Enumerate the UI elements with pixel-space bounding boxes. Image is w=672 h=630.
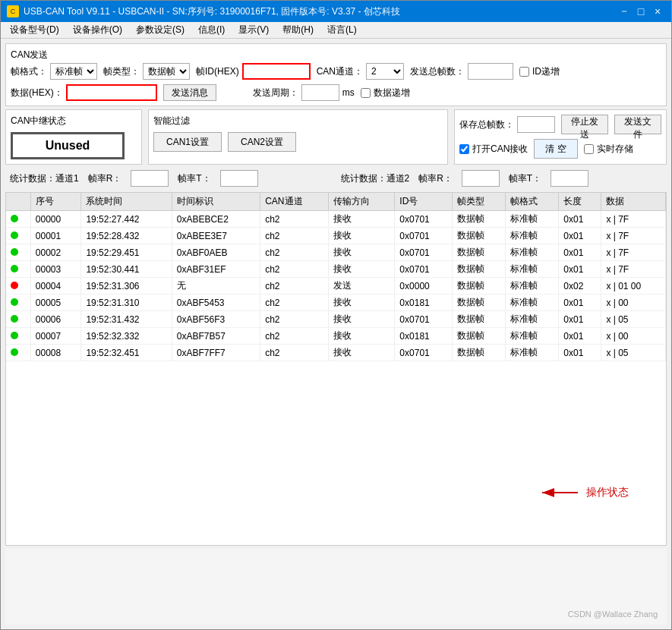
td-dir: 发送 [328,278,395,295]
frame-id-input[interactable]: 00 00 00 00 [242,63,311,80]
td-id: 0x0181 [395,328,452,345]
menu-device-op[interactable]: 设备操作(O) [67,22,128,38]
stats-ch2-rater-input[interactable]: 1.7 [462,170,500,187]
bottom-area: CSDN @Wallace Zhang [5,549,667,625]
td-seq: 00004 [30,278,81,295]
stop-send-button[interactable]: 停止发送 [561,115,608,134]
td-can-ch: ch2 [260,328,329,345]
can1-settings-button[interactable]: CAN1设置 [153,132,222,152]
frame-type-select[interactable]: 数据帧 远程帧 [143,63,190,80]
id-increment-checkbox[interactable] [519,67,529,77]
table-row[interactable]: 00005 19:52:31.310 0xABF5453 ch2 接收 0x01… [6,295,666,311]
table-header: 序号 系统时间 时间标识 CAN通道 传输方向 ID号 帧类型 帧格式 长度 数… [6,193,666,211]
frame-format-select[interactable]: 标准帧 扩展帧 [50,63,97,80]
td-time-id: 0xABF0AEB [172,244,260,261]
td-frame-format: 标准帧 [505,311,558,328]
table-row[interactable]: 00004 19:52:31.306 无 ch2 发送 0x0000 数据帧 标… [6,278,666,295]
td-id: 0x0701 [395,244,452,261]
td-time-id: 0xABF56F3 [172,311,260,328]
col-data: 数据 [601,193,666,211]
realtime-store-checkbox[interactable] [584,144,594,154]
frame-id-label: 帧ID(HEX) [196,65,239,78]
menu-params[interactable]: 参数设定(S) [130,22,191,38]
td-dot [6,244,30,261]
save-total-input[interactable]: 0 [517,116,555,133]
stats-ch1-ratet-input[interactable]: 0 [220,170,258,187]
td-id: 0x0701 [395,311,452,328]
menu-display[interactable]: 显示(V) [232,22,275,38]
td-id: 0x0181 [395,295,452,311]
table-row[interactable]: 00003 19:52:30.441 0xABF31EF ch2 接收 0x07… [6,261,666,278]
td-sys-time: 19:52:31.432 [81,311,172,328]
td-dir: 接收 [328,311,395,328]
table-body: 00000 19:52:27.442 0xABEBCE2 ch2 接收 0x07… [6,211,666,361]
td-seq: 00007 [30,328,81,345]
window-title: USB-CAN Tool V9.11 - USBCAN-II - SN:序列号:… [24,5,400,18]
table-row[interactable]: 00002 19:52:29.451 0xABF0AEB ch2 接收 0x07… [6,244,666,261]
data-hex-label: 数据(HEX)： [11,87,63,99]
data-table-container[interactable]: 序号 系统时间 时间标识 CAN通道 传输方向 ID号 帧类型 帧格式 长度 数… [5,192,667,546]
col-sys-time: 系统时间 [81,193,172,211]
send-msg-button[interactable]: 发送消息 [163,84,216,101]
td-seq: 00008 [30,345,81,361]
data-hex-input[interactable]: 01 00 [66,84,157,101]
clear-button[interactable]: 清 空 [534,139,577,159]
frame-format-group: 帧格式： 标准帧 扩展帧 [11,63,97,80]
id-increment-group: ID递增 [519,65,560,78]
unused-button[interactable]: Unused [11,132,125,159]
table-row[interactable]: 00008 19:52:32.451 0xABF7FF7 ch2 接收 0x07… [6,345,666,361]
stats-ch2-rater-label: 帧率R： [418,172,453,185]
td-id: 0x0701 [395,261,452,278]
col-frame-type: 帧类型 [452,193,505,211]
td-dir: 接收 [328,295,395,311]
table-row[interactable]: 00000 19:52:27.442 0xABEBCE2 ch2 接收 0x07… [6,211,666,228]
minimize-button[interactable]: － [617,4,632,19]
stats-ch1-ratet-label: 帧率T： [178,172,210,185]
stats-ch2: 统计数据：通道2 帧率R： 1.7 帧率T： 0.3 [336,168,667,189]
menu-language[interactable]: 语言(L) [321,22,363,38]
stats-ch2-ratet-input[interactable]: 0.3 [551,170,588,187]
send-period-input[interactable]: 10 [301,84,339,101]
send-file-button[interactable]: 发送文件 [614,115,661,134]
td-seq: 00006 [30,311,81,328]
menu-device-type[interactable]: 设备型号(D) [4,22,65,38]
td-data: x | 01 00 [601,278,666,295]
table-row[interactable]: 00007 19:52:32.332 0xABF7B57 ch2 接收 0x01… [6,328,666,345]
table-row[interactable]: 00006 19:52:31.432 0xABF56F3 ch2 接收 0x07… [6,311,666,328]
td-dir: 接收 [328,211,395,228]
td-data: x | 05 [601,345,666,361]
td-seq: 00002 [30,244,81,261]
td-can-ch: ch2 [260,228,329,244]
stats-ch2-label: 统计数据：通道2 [341,172,410,185]
can-channel-group: CAN通道： 1 2 [317,63,404,80]
td-seq: 00003 [30,261,81,278]
right-row1: 保存总帧数： 0 停止发送 发送文件 [459,115,661,134]
realtime-store-group: 实时存储 [584,143,633,156]
send-total-input[interactable]: 1 [468,63,513,80]
can-send-row1: 帧格式： 标准帧 扩展帧 帧类型： 数据帧 远程帧 帧ID(HEX) 00 00… [11,63,661,80]
td-frame-type: 数据帧 [452,345,505,361]
can-send-label: CAN发送 [11,49,661,61]
maximize-button[interactable]: □ [633,4,648,19]
open-can-checkbox[interactable] [459,144,469,154]
save-total-group: 保存总帧数： 0 [459,116,555,133]
close-button[interactable]: × [650,4,665,19]
td-dir: 接收 [328,261,395,278]
menu-help[interactable]: 帮助(H) [276,22,320,38]
stats-ch1-rater-input[interactable]: 0 [131,170,169,187]
col-seq: 序号 [30,193,81,211]
td-dir: 接收 [328,345,395,361]
td-can-ch: ch2 [260,345,329,361]
data-increment-checkbox[interactable] [361,88,371,98]
can-channel-select[interactable]: 1 2 [366,63,404,80]
can2-settings-button[interactable]: CAN2设置 [228,132,296,152]
send-total-group: 发送总帧数： 1 [410,63,513,80]
can-relay-panel: CAN中继状态 Unused [5,109,142,165]
col-frame-format: 帧格式 [505,193,558,211]
table-header-row: 序号 系统时间 时间标识 CAN通道 传输方向 ID号 帧类型 帧格式 长度 数… [6,193,666,211]
table-row[interactable]: 00001 19:52:28.432 0xABEE3E7 ch2 接收 0x07… [6,228,666,244]
td-id: 0x0701 [395,228,452,244]
app-icon: C [7,5,19,17]
main-content: CAN发送 帧格式： 标准帧 扩展帧 帧类型： 数据帧 远程帧 [1,39,671,629]
menu-info[interactable]: 信息(I) [192,22,231,38]
